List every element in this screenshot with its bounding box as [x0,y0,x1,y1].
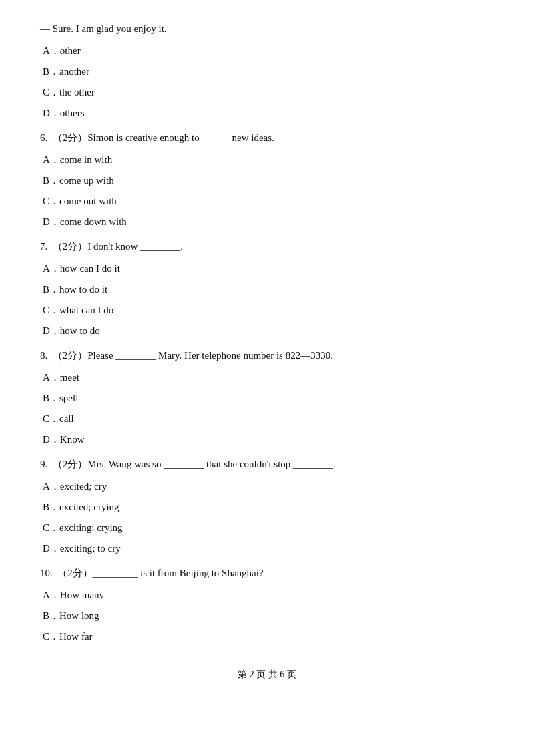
page-footer: 第 2 页 共 6 页 [40,666,494,683]
q5-option-c: C．the other [40,83,494,102]
q9-option-a: A．excited; cry [40,478,494,496]
intro-line: — Sure. I am glad you enjoy it. [40,20,494,38]
q10-option-c: C．How far [40,628,494,646]
q7-option-d: D．how to do [40,322,494,340]
q5-option-d: D．others [40,104,494,122]
q9-option-d: D．exciting; to cry [40,540,494,558]
q6-option-b: B．come up with [40,172,494,190]
q6-option-c: C．come out with [40,192,494,210]
q6-option-d: D．come down with [40,213,494,231]
q9-option-c: C．exciting; crying [40,519,494,537]
q9-stem: 9. （2分）Mrs. Wang was so ________ that sh… [40,455,494,474]
q5-option-b: B．another [40,63,494,81]
q10-stem: 10. （2分）_________ is it from Beijing to … [40,564,494,582]
q8-option-b: B．spell [40,389,494,407]
q10-option-b: B．How long [40,607,494,625]
q9-option-b: B．excited; crying [40,498,494,516]
q8-stem: 8. （2分）Please ________ Mary. Her telepho… [40,347,494,365]
q7-option-b: B．how to do it [40,280,494,299]
q6-option-a: A．come in with [40,151,494,169]
q5-option-a: A．other [40,42,494,60]
q7-stem: 7. （2分）I don't know ________. [40,238,494,256]
q7-option-a: A．how can I do it [40,260,494,278]
q8-option-c: C．call [40,410,494,428]
q8-option-a: A．meet [40,369,494,387]
q10-option-a: A．How many [40,586,494,604]
q6-stem: 6. （2分）Simon is creative enough to _____… [40,129,494,147]
q8-option-d: D．Know [40,431,494,449]
q7-option-c: C．what can I do [40,301,494,319]
